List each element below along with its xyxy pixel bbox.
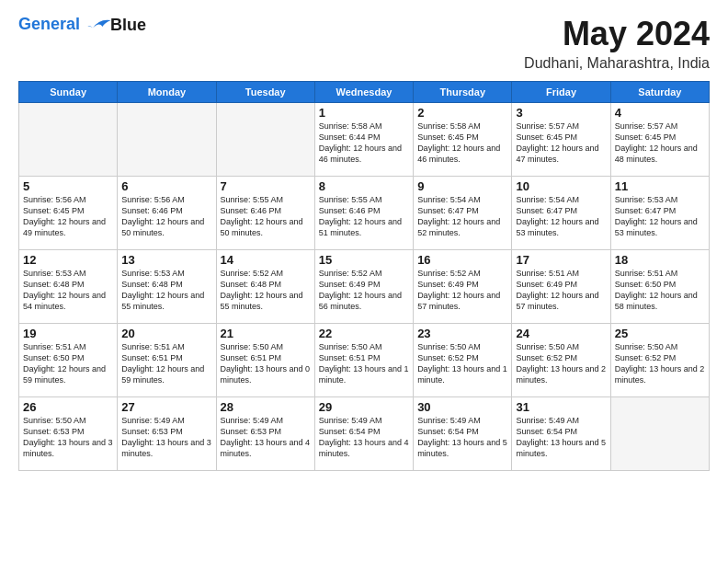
week-row-2: 5Sunrise: 5:56 AMSunset: 6:45 PMDaylight… [19, 177, 710, 250]
calendar-table: SundayMondayTuesdayWednesdayThursdayFrid… [18, 81, 710, 471]
logo: General Blue [18, 15, 146, 35]
sunrise-text: Sunrise: 5:54 AM [516, 195, 579, 204]
date-number: 23 [417, 327, 507, 340]
cell-info: Sunrise: 5:51 AMSunset: 6:49 PMDaylight:… [516, 268, 606, 313]
cell-info: Sunrise: 5:52 AMSunset: 6:49 PMDaylight:… [417, 268, 507, 313]
cell-info: Sunrise: 5:58 AMSunset: 6:44 PMDaylight:… [319, 121, 409, 166]
title-block: May 2024 Dudhani, Maharashtra, India [524, 15, 710, 72]
day-header-saturday: Saturday [610, 82, 709, 103]
daylight-text: Daylight: 12 hours and 49 minutes. [23, 217, 106, 237]
sunset-text: Sunset: 6:54 PM [516, 427, 577, 436]
date-number: 17 [516, 253, 606, 267]
date-number: 1 [319, 106, 409, 120]
cell-info: Sunrise: 5:50 AMSunset: 6:51 PMDaylight:… [319, 341, 409, 386]
sunrise-text: Sunrise: 5:49 AM [516, 416, 579, 425]
calendar-cell: 30Sunrise: 5:49 AMSunset: 6:54 PMDayligh… [414, 397, 512, 471]
sunset-text: Sunset: 6:54 PM [417, 427, 479, 436]
sunset-text: Sunset: 6:50 PM [23, 353, 85, 362]
daylight-text: Daylight: 12 hours and 55 minutes. [121, 291, 204, 311]
cell-info: Sunrise: 5:49 AMSunset: 6:54 PMDaylight:… [516, 415, 606, 460]
cell-info: Sunrise: 5:50 AMSunset: 6:52 PMDaylight:… [615, 341, 705, 386]
sunset-text: Sunset: 6:52 PM [516, 353, 577, 362]
daylight-text: Daylight: 12 hours and 46 minutes. [417, 144, 500, 164]
calendar-body: 1Sunrise: 5:58 AMSunset: 6:44 PMDaylight… [19, 103, 710, 471]
daylight-text: Daylight: 12 hours and 53 minutes. [516, 217, 598, 237]
calendar-cell: 8Sunrise: 5:55 AMSunset: 6:46 PMDaylight… [314, 177, 413, 250]
date-number: 19 [23, 327, 113, 340]
date-number: 7 [221, 179, 311, 193]
subtitle: Dudhani, Maharashtra, India [524, 55, 710, 72]
calendar-page: General Blue May 2024 Dudhani, Maharasht… [0, 0, 728, 563]
calendar-cell: 15Sunrise: 5:52 AMSunset: 6:49 PMDayligh… [314, 250, 413, 324]
sunset-text: Sunset: 6:47 PM [615, 206, 677, 215]
cell-info: Sunrise: 5:50 AMSunset: 6:51 PMDaylight:… [221, 341, 311, 386]
cell-info: Sunrise: 5:51 AMSunset: 6:50 PMDaylight:… [615, 268, 705, 313]
sunrise-text: Sunrise: 5:51 AM [615, 269, 678, 278]
sunrise-text: Sunrise: 5:51 AM [23, 342, 86, 351]
date-number: 12 [23, 253, 113, 267]
date-number: 3 [516, 106, 606, 120]
date-number: 31 [516, 400, 606, 414]
calendar-cell: 19Sunrise: 5:51 AMSunset: 6:50 PMDayligh… [19, 324, 118, 397]
cell-info: Sunrise: 5:55 AMSunset: 6:46 PMDaylight:… [221, 194, 311, 239]
calendar-cell: 23Sunrise: 5:50 AMSunset: 6:52 PMDayligh… [414, 324, 512, 397]
calendar-cell [610, 397, 709, 471]
date-number: 22 [319, 327, 409, 340]
cell-info: Sunrise: 5:49 AMSunset: 6:53 PMDaylight:… [121, 415, 211, 460]
cell-info: Sunrise: 5:57 AMSunset: 6:45 PMDaylight:… [516, 121, 606, 166]
logo-text2: Blue [110, 16, 146, 35]
sunrise-text: Sunrise: 5:50 AM [615, 342, 678, 351]
cell-info: Sunrise: 5:57 AMSunset: 6:45 PMDaylight:… [615, 121, 705, 166]
sunset-text: Sunset: 6:48 PM [121, 280, 183, 289]
sunrise-text: Sunrise: 5:52 AM [221, 269, 284, 278]
sunrise-text: Sunrise: 5:56 AM [23, 195, 86, 204]
calendar-cell: 2Sunrise: 5:58 AMSunset: 6:45 PMDaylight… [414, 103, 512, 177]
sunset-text: Sunset: 6:51 PM [221, 353, 282, 362]
sunset-text: Sunset: 6:47 PM [417, 206, 479, 215]
sunrise-text: Sunrise: 5:52 AM [319, 269, 382, 278]
sunset-text: Sunset: 6:46 PM [221, 206, 282, 215]
daylight-text: Daylight: 13 hours and 3 minutes. [23, 438, 113, 458]
sunset-text: Sunset: 6:48 PM [23, 280, 85, 289]
daylight-text: Daylight: 13 hours and 4 minutes. [319, 438, 409, 458]
daylight-text: Daylight: 12 hours and 46 minutes. [319, 144, 402, 164]
sunrise-text: Sunrise: 5:55 AM [221, 195, 284, 204]
date-number: 27 [121, 400, 211, 414]
calendar-cell: 28Sunrise: 5:49 AMSunset: 6:53 PMDayligh… [216, 397, 314, 471]
sunset-text: Sunset: 6:52 PM [417, 353, 479, 362]
day-header-row: SundayMondayTuesdayWednesdayThursdayFrid… [19, 82, 710, 103]
cell-info: Sunrise: 5:49 AMSunset: 6:54 PMDaylight:… [417, 415, 507, 460]
day-header-monday: Monday [118, 82, 216, 103]
sunrise-text: Sunrise: 5:53 AM [23, 269, 86, 278]
sunrise-text: Sunrise: 5:50 AM [221, 342, 284, 351]
calendar-cell: 16Sunrise: 5:52 AMSunset: 6:49 PMDayligh… [414, 250, 512, 324]
day-header-sunday: Sunday [19, 82, 118, 103]
daylight-text: Daylight: 12 hours and 53 minutes. [615, 217, 698, 237]
logo-bird-icon [86, 15, 112, 35]
calendar-cell: 13Sunrise: 5:53 AMSunset: 6:48 PMDayligh… [118, 250, 216, 324]
cell-info: Sunrise: 5:50 AMSunset: 6:53 PMDaylight:… [23, 415, 113, 460]
cell-info: Sunrise: 5:56 AMSunset: 6:45 PMDaylight:… [23, 194, 113, 239]
date-number: 24 [516, 327, 606, 340]
calendar-cell: 29Sunrise: 5:49 AMSunset: 6:54 PMDayligh… [314, 397, 413, 471]
sunrise-text: Sunrise: 5:49 AM [319, 416, 382, 425]
cell-info: Sunrise: 5:50 AMSunset: 6:52 PMDaylight:… [516, 341, 606, 386]
daylight-text: Daylight: 12 hours and 59 minutes. [23, 364, 106, 385]
calendar-cell [19, 103, 118, 177]
date-number: 2 [417, 106, 507, 120]
sunset-text: Sunset: 6:46 PM [319, 206, 381, 215]
sunrise-text: Sunrise: 5:55 AM [319, 195, 382, 204]
sunrise-text: Sunrise: 5:58 AM [319, 121, 382, 131]
sunset-text: Sunset: 6:52 PM [615, 353, 677, 362]
date-number: 4 [615, 106, 705, 120]
calendar-cell: 5Sunrise: 5:56 AMSunset: 6:45 PMDaylight… [19, 177, 118, 250]
cell-info: Sunrise: 5:49 AMSunset: 6:53 PMDaylight:… [221, 415, 311, 460]
sunset-text: Sunset: 6:53 PM [121, 427, 183, 436]
sunset-text: Sunset: 6:54 PM [319, 427, 381, 436]
calendar-cell: 27Sunrise: 5:49 AMSunset: 6:53 PMDayligh… [118, 397, 216, 471]
sunrise-text: Sunrise: 5:49 AM [417, 416, 481, 425]
sunrise-text: Sunrise: 5:57 AM [615, 121, 678, 131]
cell-info: Sunrise: 5:49 AMSunset: 6:54 PMDaylight:… [319, 415, 409, 460]
cell-info: Sunrise: 5:51 AMSunset: 6:51 PMDaylight:… [121, 341, 211, 386]
date-number: 10 [516, 179, 606, 193]
